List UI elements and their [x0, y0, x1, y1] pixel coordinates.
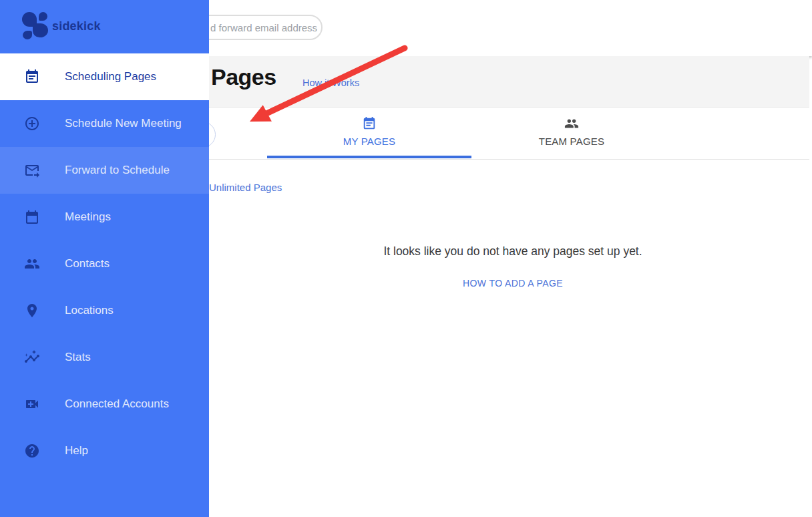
calendar-icon — [24, 209, 40, 225]
sidebar-item-connected-accounts[interactable]: Connected Accounts — [0, 381, 209, 427]
sidebar-item-forward-to-schedule[interactable]: Forward to Schedule — [0, 147, 209, 194]
location-pin-icon — [24, 303, 40, 319]
help-icon — [24, 443, 40, 459]
active-tab-underline — [267, 156, 471, 158]
sidebar-item-label: Stats — [65, 351, 91, 364]
sidebar-item-label: Help — [65, 444, 88, 458]
sidebar: sidekick Scheduling Pages Schedule New M… — [0, 0, 209, 517]
how-it-works-link[interactable]: How it Works — [302, 77, 359, 88]
tab-label: MY PAGES — [267, 136, 471, 147]
sidebar-item-meetings[interactable]: Meetings — [0, 194, 209, 240]
calendar-note-icon — [24, 69, 40, 85]
mail-forward-icon — [24, 162, 40, 178]
people-icon — [564, 116, 579, 131]
how-to-add-page-link[interactable]: HOW TO ADD A PAGE — [463, 278, 563, 289]
sidebar-item-label: Locations — [65, 304, 114, 317]
add-circle-icon — [24, 116, 40, 132]
tab-my-pages[interactable]: MY PAGES — [267, 116, 471, 147]
forward-email-placeholder: d forward email address — [210, 22, 317, 33]
sidebar-item-locations[interactable]: Locations — [0, 287, 209, 334]
sidebar-item-label: Schedule New Meeting — [65, 117, 182, 130]
sidekick-logo[interactable]: sidekick — [0, 0, 209, 53]
unlimited-pages-link[interactable]: Unlimited Pages — [209, 182, 282, 193]
logo-blob-icon — [23, 31, 32, 39]
logo-text: sidekick — [52, 19, 101, 33]
sidebar-item-label: Connected Accounts — [65, 397, 169, 411]
sidebar-item-schedule-new-meeting[interactable]: Schedule New Meeting — [0, 100, 209, 147]
sidebar-item-label: Scheduling Pages — [65, 70, 156, 83]
tab-team-pages[interactable]: TEAM PAGES — [469, 116, 674, 147]
empty-state-message: It looks like you do not have any pages … — [214, 244, 812, 258]
sidebar-item-help[interactable]: Help — [0, 427, 209, 474]
calendar-note-icon — [362, 116, 377, 131]
sidebar-item-label: Contacts — [65, 257, 110, 271]
empty-state: It looks like you do not have any pages … — [214, 244, 812, 289]
sidebar-item-contacts[interactable]: Contacts — [0, 240, 209, 287]
sidebar-item-label: Meetings — [65, 210, 111, 224]
people-icon — [24, 256, 40, 272]
stats-icon — [24, 349, 40, 365]
page-title: Pages — [211, 64, 276, 90]
logo-blob-icon — [39, 12, 47, 21]
logo-blob-icon — [33, 23, 48, 37]
sidebar-item-scheduling-pages[interactable]: Scheduling Pages — [0, 53, 209, 100]
sidebar-item-stats[interactable]: Stats — [0, 334, 209, 381]
tab-label: TEAM PAGES — [469, 136, 674, 147]
sidebar-item-label: Forward to Schedule — [65, 164, 170, 177]
sidebar-nav: Scheduling Pages Schedule New Meeting Fo… — [0, 53, 209, 474]
app-window: d forward email address Pages How it Wor… — [0, 0, 812, 517]
video-camera-icon — [24, 396, 40, 412]
